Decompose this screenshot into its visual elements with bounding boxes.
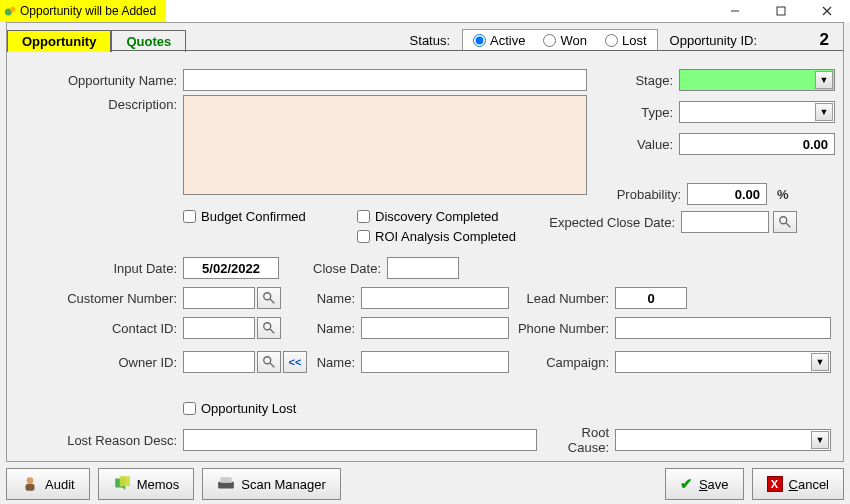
svg-line-13 [270,363,274,367]
contact-id-input[interactable] [183,317,255,339]
opportunity-name-input[interactable] [183,69,587,91]
root-cause-select[interactable]: ▼ [615,429,831,451]
probability-label: Probability: [527,187,687,202]
budget-confirmed-input[interactable] [183,210,196,223]
save-button[interactable]: ✔ Save [665,468,744,500]
owner-name-label: Name: [307,355,361,370]
titlebar: Opportunity will be Added [0,0,850,22]
probability-input[interactable]: 0.00 [687,183,767,205]
lost-reason-input[interactable] [183,429,537,451]
scanner-icon [217,475,235,493]
svg-rect-18 [221,477,232,483]
window-title: Opportunity will be Added [20,4,156,18]
chevron-down-icon: ▼ [811,353,829,371]
close-date-input[interactable] [387,257,459,279]
customer-number-label: Customer Number: [7,291,183,306]
main-panel: Opportunity Quotes Status: Active Won Lo… [6,22,844,462]
discovery-completed-input[interactable] [357,210,370,223]
audit-icon [21,475,39,493]
type-select[interactable]: ▼ [679,101,835,123]
svg-point-8 [264,293,271,300]
value-input[interactable]: 0.00 [679,133,835,155]
opportunity-lost-checkbox[interactable]: Opportunity Lost [183,401,296,416]
scan-manager-button[interactable]: Scan Manager [202,468,341,500]
memos-button[interactable]: Memos [98,468,195,500]
svg-point-14 [27,477,34,484]
phone-number-input[interactable] [615,317,831,339]
magnifier-icon [262,291,276,305]
status-active-radio[interactable] [473,34,486,47]
owner-id-lookup-button[interactable] [257,351,281,373]
svg-rect-3 [777,7,785,15]
cancel-button[interactable]: X Cancel [752,468,844,500]
memos-icon [113,475,131,493]
status-radio-group: Active Won Lost [462,29,657,51]
contact-name-input[interactable] [361,317,509,339]
svg-line-11 [270,329,274,333]
expected-close-input[interactable] [681,211,769,233]
audit-button[interactable]: Audit [6,468,90,500]
chevron-down-icon: ▼ [815,103,833,121]
owner-name-input[interactable] [361,351,509,373]
discovery-completed-label: Discovery Completed [375,209,499,224]
footer-toolbar: Audit Memos Scan Manager ✔ Save X Cancel [6,466,844,502]
customer-number-lookup-button[interactable] [257,287,281,309]
tab-quotes[interactable]: Quotes [111,30,186,52]
status-won-option[interactable]: Won [543,33,587,48]
magnifier-icon [262,355,276,369]
owner-prev-button[interactable]: << [283,351,307,373]
description-textarea[interactable] [183,95,587,195]
status-lost-option[interactable]: Lost [605,33,647,48]
stage-label: Stage: [599,73,679,88]
close-date-label: Close Date: [279,261,387,276]
status-block: Status: Active Won Lost Opportunity ID: … [410,29,829,51]
magnifier-icon [778,215,792,229]
opportunity-id-value: 2 [769,30,829,50]
contact-name-label: Name: [281,321,361,336]
probability-text: 0.00 [735,187,760,202]
svg-line-7 [786,223,790,227]
save-label: Save [699,477,729,492]
cancel-label: Cancel [789,477,829,492]
discovery-completed-checkbox[interactable]: Discovery Completed [357,209,499,224]
owner-id-input[interactable] [183,351,255,373]
campaign-select[interactable]: ▼ [615,351,831,373]
root-cause-label: Root Cause: [537,425,615,455]
description-label: Description: [7,95,183,112]
roi-completed-checkbox[interactable]: ROI Analysis Completed [357,229,516,244]
expected-close-lookup-button[interactable] [773,211,797,233]
status-won-radio[interactable] [543,34,556,47]
chevron-down-icon: ▼ [811,431,829,449]
svg-rect-15 [26,484,35,491]
tabs-row: Opportunity Quotes Status: Active Won Lo… [7,27,843,51]
svg-rect-16 [119,476,129,486]
status-active-option[interactable]: Active [473,33,525,48]
contact-id-lookup-button[interactable] [257,317,281,339]
contact-id-label: Contact ID: [7,321,183,336]
roi-completed-input[interactable] [357,230,370,243]
maximize-button[interactable] [758,0,804,22]
check-icon: ✔ [680,475,693,493]
x-icon: X [767,476,783,492]
title-highlight: Opportunity will be Added [0,0,166,22]
stage-select[interactable]: ▼ [679,69,835,91]
status-active-label: Active [490,33,525,48]
status-won-label: Won [560,33,587,48]
customer-number-input[interactable] [183,287,255,309]
customer-name-input[interactable] [361,287,509,309]
svg-point-1 [10,7,15,12]
campaign-label: Campaign: [509,355,615,370]
opportunity-lost-input[interactable] [183,402,196,415]
value-text: 0.00 [803,137,828,152]
owner-id-label: Owner ID: [7,355,183,370]
close-button[interactable] [804,0,850,22]
magnifier-icon [262,321,276,335]
input-date-input[interactable] [183,257,279,279]
budget-confirmed-checkbox[interactable]: Budget Confirmed [183,209,306,224]
status-lost-radio[interactable] [605,34,618,47]
minimize-button[interactable] [712,0,758,22]
tab-opportunity[interactable]: Opportunity [7,30,111,52]
audit-label: Audit [45,477,75,492]
status-label: Status: [410,33,450,48]
lead-number-input[interactable] [615,287,687,309]
